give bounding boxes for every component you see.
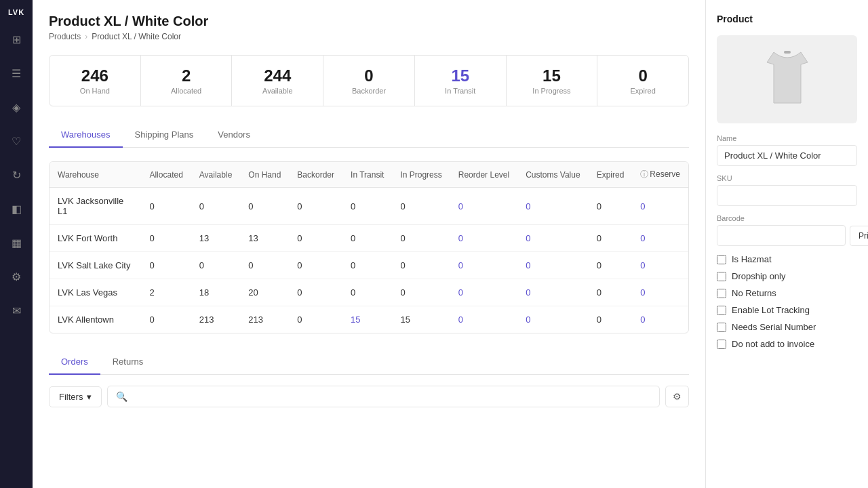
sidebar: LVK ⊞ ☰ ◈ ♡ ↻ ◧ ▦ ⚙ ✉	[0, 0, 33, 488]
tab-shipping-plans[interactable]: Shipping Plans	[123, 123, 206, 148]
settings-icon[interactable]: ⚙	[5, 266, 27, 287]
print-button[interactable]: Print	[850, 226, 868, 246]
cell-on_hand: 0	[240, 252, 289, 279]
table-settings-button[interactable]: ⚙	[665, 386, 689, 407]
col-header-in-transit: In Transit	[342, 162, 392, 188]
cell-warehouse: LVK Allentown	[50, 306, 141, 333]
filter-bar: Filters ▾ 🔍 ⚙	[49, 386, 689, 407]
stat-label: In Transit	[423, 87, 498, 95]
stat-value: 244	[240, 66, 315, 85]
stat-item: 0Backorder	[323, 56, 415, 106]
checkbox-label: Do not add to invoice	[732, 339, 814, 349]
checkbox-dropship-only[interactable]	[717, 272, 726, 281]
col-header-on-hand: On Hand	[240, 162, 289, 188]
search-icon: 🔍	[116, 391, 127, 402]
stat-item: 2Allocated	[141, 56, 233, 106]
cell-in_progress: 0	[392, 225, 450, 252]
grid-icon[interactable]: ⊞	[5, 28, 27, 50]
bottom-tab-orders[interactable]: Orders	[49, 350, 100, 375]
cell-backorder: 0	[289, 188, 342, 225]
list-icon[interactable]: ☰	[5, 62, 27, 84]
bottom-tab-returns[interactable]: Returns	[100, 350, 156, 375]
cell-reorder_level: 0	[450, 225, 517, 252]
col-header-allocated: Allocated	[141, 162, 191, 188]
breadcrumb-separator: ›	[85, 32, 87, 41]
checkbox-row-no-returns: No Returns	[717, 288, 857, 298]
message-icon[interactable]: ✉	[5, 300, 27, 321]
col-header-backorder: Backorder	[289, 162, 342, 188]
cell-in_transit: 0	[342, 279, 392, 306]
col-header-available: Available	[191, 162, 240, 188]
app-logo: LVK	[8, 8, 24, 16]
cell-expired: 0	[589, 252, 633, 279]
tab-warehouses[interactable]: Warehouses	[49, 123, 123, 148]
cell-on_hand: 20	[240, 279, 289, 306]
checkbox-label: Dropship only	[732, 271, 786, 281]
cell-in_progress: 0	[392, 252, 450, 279]
cell-reserve: 0	[632, 188, 688, 225]
checkbox-row-do-not-add-to-invoice: Do not add to invoice	[717, 339, 857, 349]
table-row: LVK Las Vegas218200000000	[50, 279, 688, 306]
checkbox-label: Is Hazmat	[732, 254, 772, 264]
stats-bar: 246On Hand2Allocated244Available0Backord…	[49, 55, 689, 106]
main-tabs: WarehousesShipping PlansVendors	[49, 123, 689, 148]
cell-allocated: 0	[141, 188, 191, 225]
cell-on_hand: 0	[240, 188, 289, 225]
checkbox-is-hazmat[interactable]	[717, 255, 726, 264]
barcode-input[interactable]	[717, 225, 846, 246]
stat-item: 246On Hand	[50, 56, 141, 106]
heart-icon[interactable]: ♡	[5, 130, 27, 152]
col-header-warehouse: Warehouse	[50, 162, 141, 188]
stat-label: On Hand	[58, 87, 132, 95]
cell-in_transit: 0	[342, 252, 392, 279]
cell-in_transit: 0	[342, 188, 392, 225]
svg-rect-0	[784, 51, 791, 54]
tab-vendors[interactable]: Vendors	[205, 123, 262, 148]
checkbox-needs-serial-number[interactable]	[717, 323, 726, 332]
name-input[interactable]	[717, 145, 857, 166]
cell-reserve: 0	[632, 306, 688, 333]
refresh-icon[interactable]: ↻	[5, 164, 27, 186]
barcode-label: Barcode	[717, 214, 857, 222]
checkbox-do-not-add-to-invoice[interactable]	[717, 340, 726, 349]
cell-warehouse: LVK Jacksonville L1	[50, 188, 141, 225]
breadcrumb-parent[interactable]: Products	[49, 32, 81, 41]
cell-backorder: 0	[289, 252, 342, 279]
warehouse-table: WarehouseAllocatedAvailableOn HandBackor…	[49, 161, 689, 333]
cell-allocated: 0	[141, 306, 191, 333]
cell-customs_value: 0	[517, 279, 588, 306]
panel-title: Product	[717, 14, 857, 24]
tag-icon[interactable]: ◈	[5, 96, 27, 118]
cell-customs_value: 0	[517, 188, 588, 225]
filters-button[interactable]: Filters ▾	[49, 386, 102, 407]
cell-warehouse: LVK Las Vegas	[50, 279, 141, 306]
col-header-in-progress: In Progress	[392, 162, 450, 188]
stat-label: Allocated	[149, 87, 224, 95]
cell-backorder: 0	[289, 306, 342, 333]
checkbox-enable-lot-tracking[interactable]	[717, 306, 726, 315]
stat-value: 15	[515, 66, 589, 85]
checkbox-no-returns[interactable]	[717, 289, 726, 298]
layers-icon[interactable]: ◧	[5, 198, 27, 220]
cell-customs_value: 0	[517, 306, 588, 333]
cell-expired: 0	[589, 225, 633, 252]
chart-icon[interactable]: ▦	[5, 232, 27, 253]
name-label: Name	[717, 134, 857, 142]
stat-item: 0Expired	[597, 56, 688, 106]
checkbox-row-dropship-only: Dropship only	[717, 271, 857, 281]
cell-in_progress: 0	[392, 188, 450, 225]
checkbox-label: Needs Serial Number	[732, 322, 816, 332]
cell-on_hand: 13	[240, 225, 289, 252]
stat-value: 0	[332, 66, 406, 85]
search-input[interactable]	[133, 392, 651, 402]
cell-reorder_level: 0	[450, 279, 517, 306]
col-header-expired: Expired	[589, 162, 633, 188]
cell-reorder_level: 0	[450, 306, 517, 333]
sku-input[interactable]	[717, 185, 857, 206]
cell-customs_value: 0	[517, 225, 588, 252]
checkbox-row-enable-lot-tracking: Enable Lot Tracking	[717, 305, 857, 315]
right-panel: Product Name SKU Barcode Print ▤ Is Hazm…	[705, 0, 868, 488]
cell-allocated: 0	[141, 252, 191, 279]
cell-on_hand: 213	[240, 306, 289, 333]
col-header-reserve: ⓘReserve	[632, 162, 688, 188]
